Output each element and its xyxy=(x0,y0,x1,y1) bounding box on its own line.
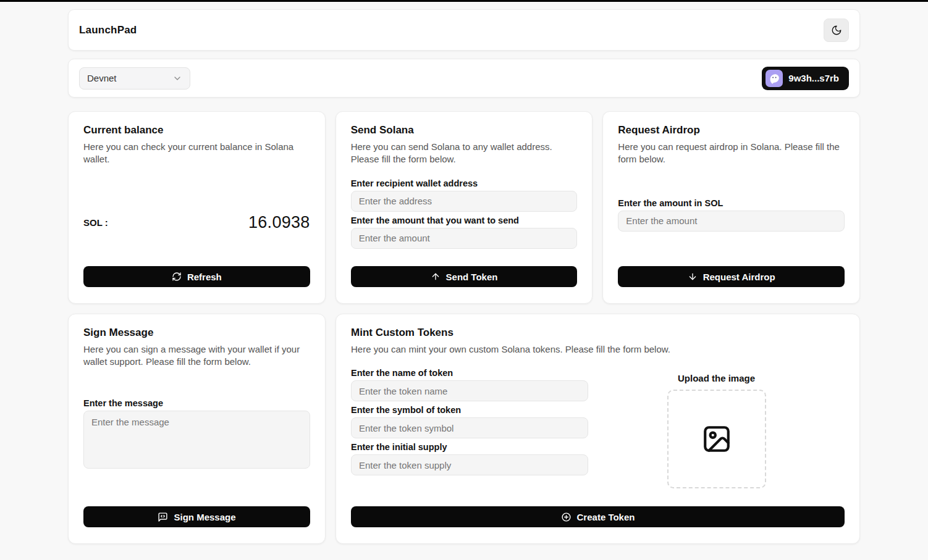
message-square-code-icon xyxy=(158,512,168,522)
token-symbol-input[interactable] xyxy=(351,417,588,438)
refresh-button[interactable]: Refresh xyxy=(83,266,310,287)
chevron-down-icon xyxy=(172,73,182,83)
theme-toggle-button[interactable] xyxy=(824,19,849,42)
sign-card-title: Sign Message xyxy=(83,327,310,339)
recipient-address-label: Enter recipient wallet address xyxy=(351,178,578,188)
balance-card-title: Current balance xyxy=(83,124,310,136)
mint-upload-section: Upload the image xyxy=(588,356,845,488)
balance-card-description: Here you can check your current balance … xyxy=(83,141,310,166)
app-title: LaunchPad xyxy=(79,24,137,36)
refresh-icon xyxy=(172,272,182,282)
mint-custom-tokens-card: Mint Custom Tokens Here you can mint you… xyxy=(335,314,860,544)
network-select-value: Devnet xyxy=(87,73,117,83)
launchpad-page: LaunchPad Devnet 9w3h...s7rb xyxy=(68,9,860,544)
balance-currency-label: SOL : xyxy=(83,217,108,228)
phantom-wallet-icon xyxy=(766,70,783,87)
sign-message-card: Sign Message Here you can sign a message… xyxy=(68,314,326,544)
wallet-address-label: 9w3h...s7rb xyxy=(788,73,839,83)
mint-body: Enter the name of token Enter the symbol… xyxy=(351,356,845,488)
send-amount-label: Enter the amount that you want to send xyxy=(351,215,578,225)
send-amount-input[interactable] xyxy=(351,228,578,249)
send-form: Enter recipient wallet address Enter the… xyxy=(351,166,578,249)
send-solana-card: Send Solana Here you can send Solana to … xyxy=(335,111,593,304)
image-upload-dropzone[interactable] xyxy=(667,390,766,488)
balance-row: SOL : 16.0938 xyxy=(83,213,310,232)
recipient-address-input[interactable] xyxy=(351,191,578,212)
airdrop-amount-input[interactable] xyxy=(618,211,845,232)
message-textarea[interactable] xyxy=(83,411,310,469)
cards-row-1: Current balance Here you can check your … xyxy=(68,111,860,304)
token-symbol-label: Enter the symbol of token xyxy=(351,405,588,415)
mint-card-description: Here you can mint your own custom Solana… xyxy=(351,343,845,356)
send-card-description: Here you can send Solana to any wallet a… xyxy=(351,141,578,166)
network-toolbar: Devnet 9w3h...s7rb xyxy=(68,59,860,98)
sign-message-button-label: Sign Message xyxy=(174,512,235,522)
network-select[interactable]: Devnet xyxy=(79,67,190,90)
image-icon xyxy=(701,424,732,454)
arrow-up-icon xyxy=(431,272,441,282)
token-supply-label: Enter the initial supply xyxy=(351,442,588,452)
cards-row-2: Sign Message Here you can sign a message… xyxy=(68,314,860,544)
current-balance-card: Current balance Here you can check your … xyxy=(68,111,326,304)
sign-message-button[interactable]: Sign Message xyxy=(83,506,310,527)
token-supply-input[interactable] xyxy=(351,454,588,475)
upload-image-label: Upload the image xyxy=(678,373,755,383)
window-top-edge xyxy=(0,0,928,2)
token-name-input[interactable] xyxy=(351,380,588,401)
arrow-down-icon xyxy=(688,272,698,282)
create-token-button-label: Create Token xyxy=(577,512,635,522)
send-card-title: Send Solana xyxy=(351,124,578,136)
sign-card-description: Here you can sign a message with your wa… xyxy=(83,343,310,369)
token-name-label: Enter the name of token xyxy=(351,368,588,378)
circle-plus-icon xyxy=(561,512,572,522)
airdrop-card-title: Request Airdrop xyxy=(618,124,845,136)
mint-form: Enter the name of token Enter the symbol… xyxy=(351,356,588,475)
mint-card-title: Mint Custom Tokens xyxy=(351,327,845,339)
request-airdrop-button[interactable]: Request Airdrop xyxy=(618,266,845,287)
header-bar: LaunchPad xyxy=(68,9,860,51)
moon-icon xyxy=(831,25,842,36)
request-airdrop-card: Request Airdrop Here you can request air… xyxy=(602,111,860,304)
request-airdrop-button-label: Request Airdrop xyxy=(703,272,775,282)
wallet-button[interactable]: 9w3h...s7rb xyxy=(762,67,849,90)
balance-amount-value: 16.0938 xyxy=(248,213,310,232)
refresh-button-label: Refresh xyxy=(187,272,222,282)
message-label: Enter the message xyxy=(83,398,310,408)
send-token-button-label: Send Token xyxy=(446,272,498,282)
send-token-button[interactable]: Send Token xyxy=(351,266,578,287)
airdrop-card-description: Here you can request airdrop in Solana. … xyxy=(618,141,845,166)
airdrop-amount-label: Enter the amount in SOL xyxy=(618,198,845,208)
create-token-button[interactable]: Create Token xyxy=(351,506,845,527)
